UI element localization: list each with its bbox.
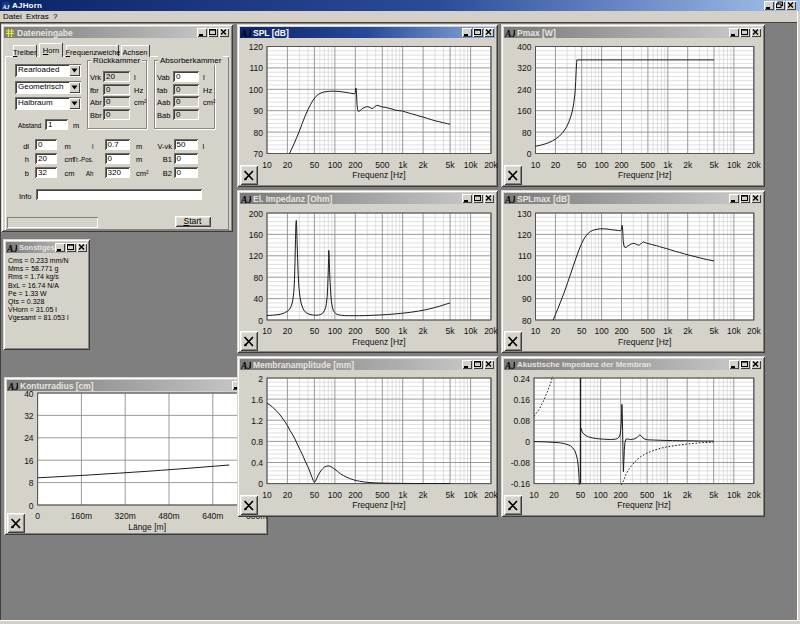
svg-text:1k: 1k xyxy=(398,160,408,170)
svg-text:120: 120 xyxy=(249,251,263,261)
svg-text:24: 24 xyxy=(24,433,34,443)
svg-text:500: 500 xyxy=(375,160,389,170)
svg-text:80: 80 xyxy=(254,273,264,283)
svg-text:0: 0 xyxy=(527,149,532,159)
svg-text:10k: 10k xyxy=(727,326,741,336)
svg-text:10k: 10k xyxy=(464,490,478,500)
svg-text:400: 400 xyxy=(517,42,531,52)
svg-text:2k: 2k xyxy=(683,326,693,336)
svg-text:160: 160 xyxy=(517,106,531,116)
svg-text:20: 20 xyxy=(283,490,293,500)
svg-text:10: 10 xyxy=(262,326,272,336)
svg-text:100: 100 xyxy=(594,490,608,500)
svg-text:20: 20 xyxy=(549,490,559,500)
svg-text:200: 200 xyxy=(348,326,362,336)
svg-text:100: 100 xyxy=(328,160,342,170)
svg-text:50: 50 xyxy=(310,490,320,500)
svg-text:110: 110 xyxy=(249,63,263,73)
svg-text:10: 10 xyxy=(531,326,541,336)
svg-text:500: 500 xyxy=(640,490,654,500)
svg-text:20k: 20k xyxy=(747,160,761,170)
svg-text:2k: 2k xyxy=(683,490,693,500)
svg-text:2k: 2k xyxy=(419,160,429,170)
svg-text:20: 20 xyxy=(551,326,561,336)
svg-text:50: 50 xyxy=(577,160,587,170)
svg-text:200: 200 xyxy=(614,326,628,336)
svg-text:5k: 5k xyxy=(710,326,720,336)
svg-text:20k: 20k xyxy=(747,490,761,500)
svg-text:80: 80 xyxy=(522,128,532,138)
svg-text:20k: 20k xyxy=(484,326,498,336)
svg-text:Frequenz [Hz]: Frequenz [Hz] xyxy=(352,337,405,347)
svg-text:10: 10 xyxy=(529,490,539,500)
svg-text:200: 200 xyxy=(348,490,362,500)
svg-text:100: 100 xyxy=(328,326,342,336)
svg-text:200: 200 xyxy=(249,209,263,219)
svg-text:100: 100 xyxy=(595,160,609,170)
svg-text:0.24: 0.24 xyxy=(513,374,530,384)
svg-text:1k: 1k xyxy=(663,160,673,170)
svg-text:120: 120 xyxy=(517,230,531,240)
svg-text:50: 50 xyxy=(576,490,586,500)
svg-text:2k: 2k xyxy=(683,160,693,170)
svg-text:50: 50 xyxy=(310,326,320,336)
svg-text:20k: 20k xyxy=(747,326,761,336)
svg-text:10: 10 xyxy=(262,490,272,500)
svg-text:1k: 1k xyxy=(398,326,408,336)
svg-text:50: 50 xyxy=(577,326,587,336)
svg-text:80: 80 xyxy=(254,128,264,138)
svg-text:50: 50 xyxy=(310,160,320,170)
svg-text:20: 20 xyxy=(283,160,293,170)
svg-text:2: 2 xyxy=(258,374,263,384)
svg-text:0.16: 0.16 xyxy=(513,395,530,405)
svg-text:Frequenz [Hz]: Frequenz [Hz] xyxy=(352,170,405,180)
svg-text:0: 0 xyxy=(525,437,530,447)
svg-text:10: 10 xyxy=(262,160,272,170)
svg-text:Frequenz [Hz]: Frequenz [Hz] xyxy=(618,170,671,180)
svg-text:40: 40 xyxy=(24,389,34,399)
svg-text:480m: 480m xyxy=(158,511,179,521)
svg-text:20k: 20k xyxy=(484,160,498,170)
svg-text:160m: 160m xyxy=(71,511,92,521)
svg-text:40: 40 xyxy=(254,294,264,304)
svg-text:32: 32 xyxy=(24,411,34,421)
svg-text:0.4: 0.4 xyxy=(251,458,263,468)
svg-text:200: 200 xyxy=(348,160,362,170)
svg-text:100: 100 xyxy=(595,326,609,336)
svg-text:10: 10 xyxy=(531,160,541,170)
svg-text:1k: 1k xyxy=(663,326,673,336)
svg-text:20: 20 xyxy=(551,160,561,170)
svg-text:200: 200 xyxy=(614,490,628,500)
svg-text:Frequenz [Hz]: Frequenz [Hz] xyxy=(617,500,670,510)
svg-text:10k: 10k xyxy=(464,160,478,170)
svg-text:20: 20 xyxy=(283,326,293,336)
svg-text:70: 70 xyxy=(254,149,264,159)
svg-text:0.08: 0.08 xyxy=(513,416,530,426)
svg-text:500: 500 xyxy=(641,326,655,336)
svg-text:200: 200 xyxy=(614,160,628,170)
svg-text:1.6: 1.6 xyxy=(251,395,263,405)
svg-text:AJ: AJ xyxy=(7,243,17,253)
svg-text:20k: 20k xyxy=(484,490,498,500)
svg-text:5k: 5k xyxy=(446,326,456,336)
svg-text:90: 90 xyxy=(522,294,532,304)
svg-text:1k: 1k xyxy=(663,490,673,500)
svg-text:100: 100 xyxy=(517,273,531,283)
svg-text:320m: 320m xyxy=(115,511,136,521)
svg-text:AJ: AJ xyxy=(2,4,10,10)
svg-text:100: 100 xyxy=(328,490,342,500)
svg-text:100: 100 xyxy=(249,85,263,95)
svg-text:1k: 1k xyxy=(398,490,408,500)
svg-text:5k: 5k xyxy=(446,160,456,170)
svg-text:500: 500 xyxy=(641,160,655,170)
svg-text:0: 0 xyxy=(258,316,263,326)
svg-text:2k: 2k xyxy=(419,490,429,500)
svg-text:130: 130 xyxy=(517,209,531,219)
svg-text:80: 80 xyxy=(522,316,532,326)
svg-text:Länge [m]: Länge [m] xyxy=(128,522,166,532)
svg-text:-0.16: -0.16 xyxy=(511,479,531,489)
svg-text:2k: 2k xyxy=(419,326,429,336)
svg-text:1.2: 1.2 xyxy=(251,416,263,426)
svg-text:320: 320 xyxy=(517,63,531,73)
svg-text:-0.08: -0.08 xyxy=(511,458,531,468)
